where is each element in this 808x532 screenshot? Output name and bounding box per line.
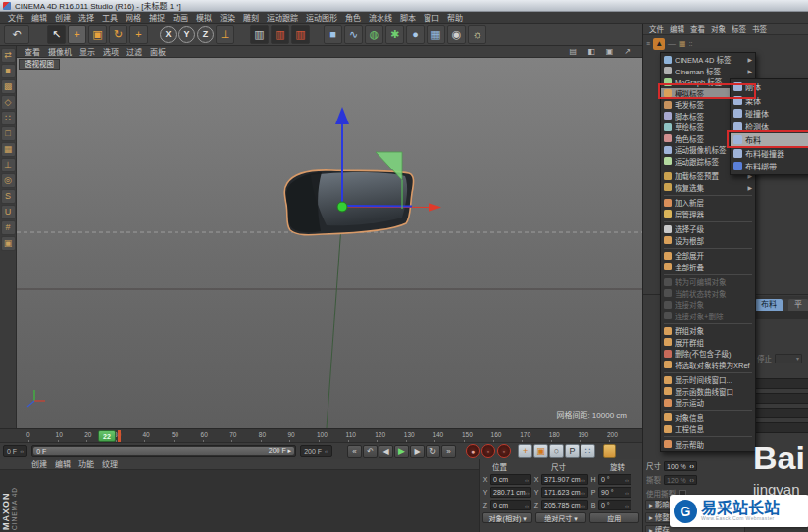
material-menu-item[interactable]: 创建 — [27, 459, 51, 469]
menubar-item[interactable]: 模拟 — [192, 12, 216, 23]
property-value[interactable]: 100 %‹› — [664, 461, 697, 471]
spinner-arrows-icon[interactable]: ‹› — [526, 490, 530, 496]
viewport-pane-icon[interactable]: ↗ — [620, 47, 634, 56]
context-menu-item[interactable]: 显示函数曲线窗口 — [661, 386, 755, 398]
y-axis-arrow[interactable] — [335, 107, 349, 124]
preview-range-bar[interactable]: 0 F 200 F ▸ — [33, 447, 294, 455]
texture-mode-icon[interactable]: ▩ — [1, 79, 16, 94]
menubar-item[interactable]: 窗口 — [420, 12, 443, 23]
om-filter-icon[interactable]: ≡ — [646, 40, 650, 47]
keyframe-selection-icon[interactable]: S — [1, 189, 16, 204]
property-value[interactable]: 120 %‹› — [664, 475, 697, 485]
undo-icon[interactable]: ↶ — [4, 25, 29, 44]
viewport-pane-icon[interactable]: ▣ — [602, 47, 618, 56]
context-menu-item[interactable]: 删除(不包含子级) — [661, 348, 755, 360]
coordinate-field[interactable]: 205.785 cm‹› — [541, 500, 588, 510]
submenu-item[interactable]: 布料 — [731, 133, 808, 147]
gizmo-center-handle[interactable] — [337, 202, 347, 212]
menubar-item[interactable]: 文件 — [4, 12, 27, 23]
submenu-item[interactable]: 检测体 — [731, 121, 808, 134]
context-menu-item[interactable]: 连接对象 — [661, 299, 755, 311]
menubar-item[interactable]: 角色 — [341, 12, 365, 23]
deformer-icon[interactable]: ● — [406, 25, 425, 44]
material-menu-item[interactable]: 功能 — [75, 459, 98, 469]
context-menu-item[interactable]: 加入新层 — [661, 197, 755, 209]
context-menu-item[interactable]: 全部折叠 — [661, 262, 755, 273]
spline-pen-icon[interactable]: ∿ — [344, 25, 363, 44]
menubar-item[interactable]: 脚本 — [396, 12, 420, 23]
camera-icon[interactable]: ◉ — [447, 25, 466, 44]
apply-button[interactable]: 应用 — [589, 512, 639, 523]
modeling-objects-icon[interactable]: ✱ — [385, 25, 404, 44]
key-rotation-toggle[interactable]: ○ — [549, 444, 564, 458]
coordinate-field[interactable]: 0 °‹› — [598, 500, 631, 510]
model-mode-icon[interactable]: ■ — [1, 64, 16, 78]
context-menu-item[interactable]: 对象信息 — [661, 412, 755, 424]
grid-snap-icon[interactable]: # — [1, 220, 16, 235]
workplane-lock-icon[interactable]: ▣ — [1, 236, 16, 251]
selected-object-icon[interactable]: ▲ — [653, 38, 665, 50]
viewport-pane-icon[interactable]: ▤ — [566, 47, 581, 56]
viewport-label[interactable]: 透视视图 — [19, 59, 60, 70]
keyframe-selection-button[interactable] — [603, 444, 616, 458]
context-menu-item[interactable]: 选择子级 — [661, 223, 755, 235]
timeline-playhead[interactable]: 22 — [98, 430, 116, 442]
object-manager-menu-item[interactable]: 书签 — [749, 24, 770, 34]
context-menu-item[interactable]: 群组对象 — [661, 325, 755, 337]
context-menu-item[interactable]: 连接对象+删除 — [661, 311, 755, 322]
polygons-mode-icon[interactable]: ▦ — [1, 142, 16, 157]
menubar-item[interactable]: 流水线 — [365, 12, 396, 23]
spinner-arrows-icon[interactable]: ‹› — [581, 490, 585, 496]
move-tool-icon[interactable]: + — [68, 25, 86, 44]
context-menu-item[interactable]: 全部展开 — [661, 250, 755, 262]
menubar-item[interactable]: 工具 — [98, 12, 122, 23]
enable-snap-icon[interactable]: U — [1, 205, 16, 219]
coordinate-field[interactable]: 0 cm‹› — [490, 474, 531, 485]
coordinate-field[interactable]: 280.71 cm‹› — [490, 487, 531, 498]
spinner-arrows-icon[interactable]: ‹› — [689, 476, 694, 484]
submenu-item[interactable]: 碰撞体 — [731, 107, 808, 121]
context-menu-item[interactable]: 显示时间线窗口... — [661, 374, 755, 386]
submenu-item[interactable]: 布料绑带 — [731, 160, 808, 173]
viewport-menu-item[interactable]: 过滤 — [123, 46, 146, 57]
subdivision-surface-icon[interactable]: ◍ — [365, 25, 383, 44]
spinner-arrows-icon[interactable]: ‹› — [581, 477, 585, 483]
key-position-toggle[interactable]: + — [518, 444, 532, 458]
light-icon[interactable]: ☼ — [468, 25, 486, 44]
menubar-item[interactable]: 运动跟踪 — [263, 12, 302, 23]
key-parameter-toggle[interactable]: P — [565, 444, 580, 458]
object-type-icon[interactable]: ▦ — [679, 39, 686, 48]
render-view-icon[interactable]: ▥ — [250, 25, 269, 44]
go-to-end-button[interactable]: » — [441, 445, 456, 458]
make-editable-icon[interactable]: ⇄ — [1, 48, 16, 63]
spinner-arrows-icon[interactable]: ‹› — [625, 477, 629, 483]
object-manager-menu-item[interactable]: 查看 — [687, 24, 708, 34]
coordinate-field[interactable]: 0 °‹› — [598, 474, 631, 485]
workplane-mode-icon[interactable]: ◇ — [1, 95, 16, 110]
menubar-item[interactable]: 选择 — [75, 12, 98, 23]
attribute-input[interactable] — [755, 422, 808, 433]
add-cube-icon[interactable]: ■ — [324, 25, 342, 44]
timeline-marker[interactable] — [118, 430, 121, 442]
menubar-item[interactable]: 帮助 — [443, 12, 467, 23]
key-scale-toggle[interactable]: ▣ — [533, 444, 548, 458]
spinner-arrows-icon[interactable]: ‹› — [581, 503, 585, 508]
menubar-item[interactable]: 网格 — [122, 12, 145, 23]
material-menu-item[interactable]: 编辑 — [51, 459, 75, 469]
spinner-arrows-icon[interactable]: ‹› — [625, 490, 629, 496]
z-axis-lock-icon[interactable]: Z — [197, 26, 214, 43]
play-forward-button[interactable]: ▶ — [394, 445, 409, 458]
context-menu-item[interactable]: 将选取对象转换为XRef — [661, 360, 755, 371]
menubar-item[interactable]: 渲染 — [216, 12, 239, 23]
viewport-solo-icon[interactable]: ◎ — [1, 173, 16, 188]
spinner-arrows-icon[interactable]: ‹› — [625, 503, 629, 508]
context-menu-item[interactable]: 展开群组 — [661, 337, 755, 349]
context-menu-item[interactable]: 转为可编辑对象 — [661, 276, 755, 288]
autokey-button[interactable]: ◦ — [481, 444, 495, 458]
attribute-input[interactable] — [755, 393, 808, 404]
material-menu-item[interactable]: 纹理 — [98, 459, 122, 469]
context-menu-item[interactable]: 显示运动 — [661, 397, 755, 409]
viewport-menu-item[interactable]: 查看 — [21, 46, 44, 57]
record-options-button[interactable]: ◦ — [497, 444, 511, 458]
context-menu-item[interactable]: 当前状态转对象 — [661, 288, 755, 300]
